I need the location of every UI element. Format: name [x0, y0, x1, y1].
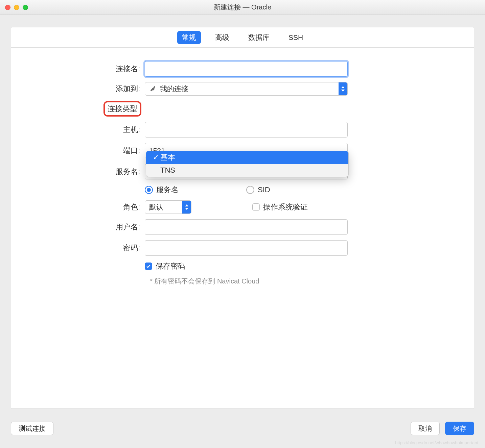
os-auth-label: 操作系统验证	[263, 202, 308, 212]
tab-general[interactable]: 常规	[177, 31, 201, 44]
radio-sid-label: SID	[258, 185, 270, 194]
radio-service-name[interactable]: 服务名	[145, 185, 179, 195]
label-service-name: 服务名:	[11, 167, 145, 177]
form: 连接名: 添加到: 我的连接 连接类型	[11, 48, 474, 286]
footer: 测试连接 取消 保存	[11, 422, 474, 435]
username-input[interactable]	[145, 219, 348, 235]
conn-name-input[interactable]	[145, 61, 348, 77]
service-sid-group: 服务名 SID	[145, 185, 348, 195]
conn-type-dropdown: ✓ 基本 TNS	[146, 151, 349, 177]
label-conn-name: 连接名:	[11, 64, 145, 74]
option-basic-label: 基本	[160, 152, 175, 163]
tabbar: 常规 高级 数据库 SSH	[11, 27, 474, 48]
save-password-label: 保存密码	[156, 261, 185, 271]
label-role: 角色:	[11, 202, 145, 212]
window-title: 新建连接 — Oracle	[0, 3, 485, 12]
watermark: https://blog.csdn.net/whowhowhoimportant	[395, 440, 478, 445]
password-hint: * 所有密码不会保存到 Navicat Cloud	[150, 277, 474, 286]
stepper-icon	[339, 82, 347, 95]
checkbox-indicator-off	[252, 203, 260, 211]
radio-indicator-off	[246, 186, 254, 194]
label-add-to: 添加到:	[11, 84, 145, 94]
plug-icon	[149, 85, 157, 93]
add-to-select[interactable]: 我的连接	[145, 82, 348, 96]
label-password: 密码:	[11, 243, 145, 253]
cancel-button[interactable]: 取消	[411, 422, 440, 435]
save-button[interactable]: 保存	[445, 422, 474, 435]
radio-indicator-on	[145, 186, 153, 194]
host-input[interactable]	[145, 122, 348, 138]
save-password-checkbox[interactable]: 保存密码	[145, 261, 185, 271]
conn-type-option-basic[interactable]: ✓ 基本	[146, 151, 348, 164]
conn-type-option-tns[interactable]: TNS	[146, 164, 348, 177]
label-conn-type-wrap: 连接类型	[11, 101, 145, 117]
titlebar: 新建连接 — Oracle	[0, 0, 485, 15]
main-panel: 常规 高级 数据库 SSH 连接名: 添加到: 我的连接	[11, 27, 474, 409]
stepper-icon	[182, 201, 191, 214]
role-select[interactable]: 默认	[145, 200, 191, 214]
add-to-value: 我的连接	[160, 84, 188, 94]
radio-sid[interactable]: SID	[246, 185, 270, 194]
tab-advanced[interactable]: 高级	[210, 31, 234, 44]
option-tns-label: TNS	[160, 166, 175, 175]
tab-database[interactable]: 数据库	[244, 31, 274, 44]
label-host: 主机:	[11, 125, 145, 135]
check-icon: ✓	[153, 153, 160, 162]
label-conn-type: 连接类型	[103, 101, 141, 117]
test-connection-button[interactable]: 测试连接	[11, 422, 53, 435]
role-value: 默认	[149, 202, 163, 212]
password-input[interactable]	[145, 240, 348, 256]
label-port: 端口:	[11, 146, 145, 156]
radio-service-name-label: 服务名	[156, 185, 179, 195]
os-auth-checkbox[interactable]: 操作系统验证	[252, 202, 308, 212]
checkbox-indicator-on	[145, 263, 152, 270]
label-username: 用户名:	[11, 222, 145, 232]
tab-ssh[interactable]: SSH	[284, 32, 308, 43]
